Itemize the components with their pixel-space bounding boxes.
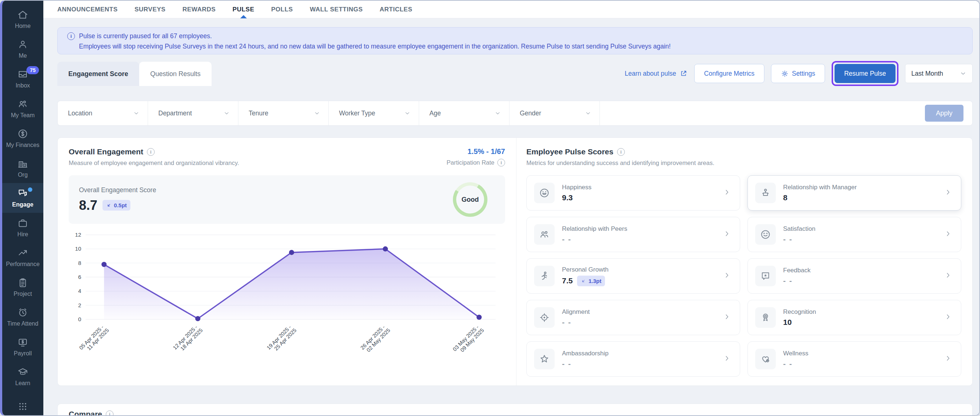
metric-icon-tile — [534, 307, 555, 328]
overall-score-value: 8.7 — [79, 198, 97, 213]
section-divider — [516, 138, 517, 386]
resume-pulse-button[interactable]: Resume Pulse — [835, 64, 896, 83]
sidebar-item-label: My Team — [11, 112, 35, 119]
metric-card-alignment[interactable]: Alignment- - — [527, 300, 740, 335]
engagement-trend-chart: 02468101205 Apr 2025 -11 Apr 202512 Apr … — [69, 230, 505, 360]
metric-value: - - — [783, 276, 793, 285]
sidebar-item-apps[interactable] — [2, 391, 43, 416]
sidebar-item-performance[interactable]: Performance — [2, 242, 43, 272]
sidebar-item-payroll[interactable]: Payroll — [2, 332, 43, 362]
metric-icon-tile — [755, 349, 776, 369]
team-icon — [17, 99, 28, 110]
metric-value: 10 — [783, 318, 792, 327]
metric-label: Personal Growth — [562, 266, 609, 273]
period-select[interactable]: Last Month — [905, 64, 973, 83]
sidebar-item-engage[interactable]: Engage — [2, 183, 43, 213]
info-icon[interactable]: i — [147, 148, 154, 156]
nav-item-articles[interactable]: ARTICLES — [380, 1, 412, 18]
sidebar-item-learn[interactable]: Learn — [2, 362, 43, 391]
metric-icon-tile — [534, 266, 555, 286]
time-attend-icon — [17, 307, 28, 318]
score-delta-value: 0.5pt — [114, 202, 127, 208]
peers-icon — [539, 229, 550, 240]
nav-item-surveys[interactable]: SURVEYS — [134, 1, 165, 18]
metric-card-ambassadorship[interactable]: Ambassadorship- - — [527, 341, 740, 377]
metric-card-feedback[interactable]: Feedback- - — [748, 258, 961, 293]
chevron-right-icon — [723, 188, 731, 196]
metric-card-relationship-with-peers[interactable]: Relationship with Peers- - — [527, 217, 740, 252]
tab-question-results[interactable]: Question Results — [139, 62, 212, 86]
y-tick-label: 0 — [78, 316, 81, 322]
sidebar-item-hire[interactable]: Hire — [2, 213, 43, 242]
home-icon — [17, 9, 28, 20]
metric-chevron — [723, 230, 731, 239]
alignment-icon — [539, 312, 550, 323]
metric-card-wellness[interactable]: Wellness- - — [748, 341, 961, 377]
metric-delta-value: 1.3pt — [589, 278, 601, 284]
metric-label: Satisfaction — [783, 225, 815, 233]
metric-icon-tile — [534, 349, 555, 369]
metric-label: Alignment — [562, 308, 590, 316]
x-tick-label: 12 Apr 2025 -18 Apr 2025 — [172, 323, 204, 355]
sidebar-item-label: Org — [18, 172, 28, 178]
metric-icon-tile — [534, 224, 555, 245]
data-point — [101, 262, 107, 267]
filter-age[interactable]: Age — [419, 101, 509, 125]
info-icon[interactable]: i — [617, 148, 625, 156]
metric-label: Ambassadorship — [562, 350, 609, 357]
metric-icon-tile — [755, 224, 776, 245]
configure-metrics-button[interactable]: Configure Metrics — [694, 64, 764, 83]
compare-title: Compare — [69, 410, 102, 416]
sidebar-item-my-finances[interactable]: My Finances — [2, 123, 43, 153]
x-tick-label: 05 Apr 2025 -11 Apr 2025 — [78, 323, 110, 355]
filter-gender[interactable]: Gender — [509, 101, 600, 125]
info-icon[interactable]: i — [497, 159, 505, 166]
apply-filters-button[interactable]: Apply — [925, 105, 964, 122]
overall-score-card: Overall Engagement Score 8.7 0.5pt — [69, 175, 505, 224]
filter-tenure[interactable]: Tenure — [239, 101, 329, 125]
nav-item-wall-settings[interactable]: WALL SETTINGS — [310, 1, 363, 18]
metric-chevron — [944, 354, 952, 364]
metric-chevron — [723, 313, 731, 322]
filter-label: Department — [158, 110, 192, 117]
learn-about-pulse-link[interactable]: Learn about pulse — [625, 69, 687, 78]
sidebar-item-org[interactable]: Org — [2, 153, 43, 183]
metric-card-relationship-with-manager[interactable]: Relationship with Manager8 — [748, 175, 961, 210]
gear-icon — [781, 70, 789, 78]
sidebar-item-home[interactable]: Home — [2, 5, 43, 34]
sidebar-item-project[interactable]: Project — [2, 272, 43, 302]
settings-button[interactable]: Settings — [771, 64, 825, 83]
metric-card-recognition[interactable]: Recognition10 — [748, 300, 961, 335]
happiness-icon — [539, 187, 550, 198]
x-tick-label: 19 Apr 2025 -25 Apr 2025 — [266, 323, 298, 355]
metric-card-happiness[interactable]: Happiness9.3 — [527, 175, 740, 210]
sidebar-item-inbox[interactable]: Inbox75 — [2, 64, 43, 94]
sidebar-item-time-attend[interactable]: Time Attend — [2, 302, 43, 332]
chevron-right-icon — [944, 354, 952, 362]
nav-item-pulse[interactable]: PULSE — [232, 1, 254, 18]
nav-item-rewards[interactable]: REWARDS — [183, 1, 216, 18]
metric-card-satisfaction[interactable]: Satisfaction- - — [748, 217, 961, 252]
data-point — [289, 250, 294, 255]
metric-value: - - — [783, 359, 793, 368]
filter-department[interactable]: Department — [148, 101, 239, 125]
settings-label: Settings — [792, 70, 815, 78]
nav-item-polls[interactable]: POLLS — [271, 1, 293, 18]
engage-icon — [17, 188, 28, 199]
overall-score-label: Overall Engagement Score — [79, 186, 156, 194]
tab-engagement-score[interactable]: Engagement Score — [57, 62, 139, 86]
sidebar-item-my-team[interactable]: My Team — [2, 94, 43, 123]
metric-card-personal-growth[interactable]: Personal Growth7.51.3pt — [527, 258, 740, 293]
chevron-right-icon — [944, 188, 952, 196]
finances-icon — [17, 128, 28, 139]
filter-worker-type[interactable]: Worker Type — [329, 101, 419, 125]
info-icon[interactable]: i — [106, 411, 113, 416]
chevron-right-icon — [723, 230, 731, 238]
chevron-down-icon — [133, 110, 140, 116]
sidebar-item-me[interactable]: Me — [2, 34, 43, 64]
sidebar-item-label: Time Attend — [7, 320, 38, 327]
filter-location[interactable]: Location — [58, 101, 148, 125]
x-tick-label: 03 May 2025 -09 May 2025 — [452, 323, 485, 357]
ambassadorship-icon — [539, 354, 550, 365]
nav-item-announcements[interactable]: ANNOUNCEMENTS — [57, 1, 118, 18]
